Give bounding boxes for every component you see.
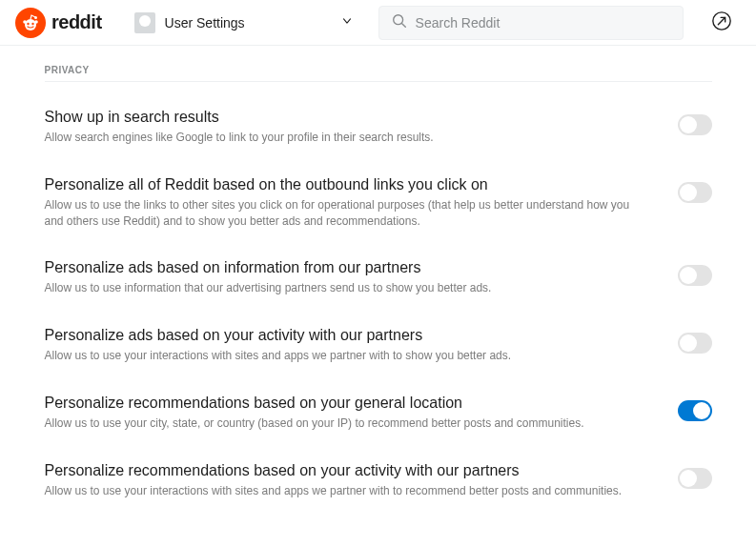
svg-point-5 <box>34 20 38 24</box>
svg-point-1 <box>27 22 29 24</box>
setting-row: Personalize all of Reddit based on the o… <box>45 176 712 230</box>
setting-description: Allow us to use your interactions with s… <box>45 483 640 499</box>
logo[interactable]: reddit <box>15 8 102 38</box>
setting-title: Personalize ads based on your activity w… <box>45 327 640 344</box>
setting-description: Allow us to use your city, state, or cou… <box>45 415 640 432</box>
setting-title: Personalize recommendations based on you… <box>45 395 640 412</box>
toggle-switch[interactable] <box>678 114 712 135</box>
search-box[interactable] <box>378 6 684 40</box>
toggle-knob <box>680 334 697 352</box>
toggle-switch[interactable] <box>678 333 712 354</box>
settings-content: PRIVACY Show up in search resultsAllow s… <box>45 46 712 499</box>
setting-description: Allow us to use your interactions with s… <box>45 348 640 364</box>
user-avatar-icon <box>134 12 155 33</box>
setting-row: Personalize recommendations based on you… <box>45 395 712 432</box>
nav-dropdown[interactable]: User Settings <box>125 9 363 37</box>
toggle-switch[interactable] <box>678 468 712 489</box>
setting-text: Personalize ads based on your activity w… <box>45 327 640 364</box>
setting-text: Show up in search resultsAllow search en… <box>45 109 640 146</box>
setting-row: Personalize ads based on information fro… <box>45 259 712 296</box>
toggle-knob <box>680 470 697 487</box>
setting-text: Personalize all of Reddit based on the o… <box>45 176 640 230</box>
app-header: reddit User Settings <box>0 0 756 46</box>
toggle-knob <box>693 402 710 419</box>
setting-text: Personalize recommendations based on you… <box>45 462 640 499</box>
setting-text: Personalize ads based on information fro… <box>45 259 640 296</box>
setting-text: Personalize recommendations based on you… <box>45 395 640 432</box>
trending-button[interactable] <box>706 8 737 38</box>
toggle-switch[interactable] <box>678 265 712 286</box>
setting-title: Personalize ads based on information fro… <box>45 259 640 276</box>
toggle-knob <box>680 184 697 201</box>
setting-row: Personalize ads based on your activity w… <box>45 327 712 364</box>
setting-description: Allow us to use the links to other sites… <box>45 197 640 230</box>
setting-row: Show up in search resultsAllow search en… <box>45 109 712 146</box>
setting-title: Personalize recommendations based on you… <box>45 462 640 479</box>
toggle-switch[interactable] <box>678 182 712 203</box>
search-icon <box>391 12 408 33</box>
setting-title: Show up in search results <box>45 109 640 126</box>
toggle-switch[interactable] <box>678 400 712 421</box>
setting-description: Allow us to use information that our adv… <box>45 280 640 296</box>
reddit-logo-icon <box>15 8 46 38</box>
setting-row: Personalize recommendations based on you… <box>45 462 712 499</box>
toggle-knob <box>680 116 697 133</box>
svg-point-2 <box>31 22 33 24</box>
nav-dropdown-label: User Settings <box>165 15 331 30</box>
svg-line-7 <box>401 23 405 27</box>
svg-point-0 <box>25 19 36 30</box>
svg-point-6 <box>393 14 402 24</box>
chevron-down-icon <box>340 14 354 31</box>
svg-point-4 <box>23 20 27 24</box>
search-input[interactable] <box>416 15 671 30</box>
toggle-knob <box>680 267 697 284</box>
arrow-up-right-circle-icon <box>711 10 732 35</box>
setting-title: Personalize all of Reddit based on the o… <box>45 176 640 193</box>
logo-text: reddit <box>51 11 102 33</box>
setting-description: Allow search engines like Google to link… <box>45 130 640 146</box>
section-heading-privacy: PRIVACY <box>45 65 712 82</box>
